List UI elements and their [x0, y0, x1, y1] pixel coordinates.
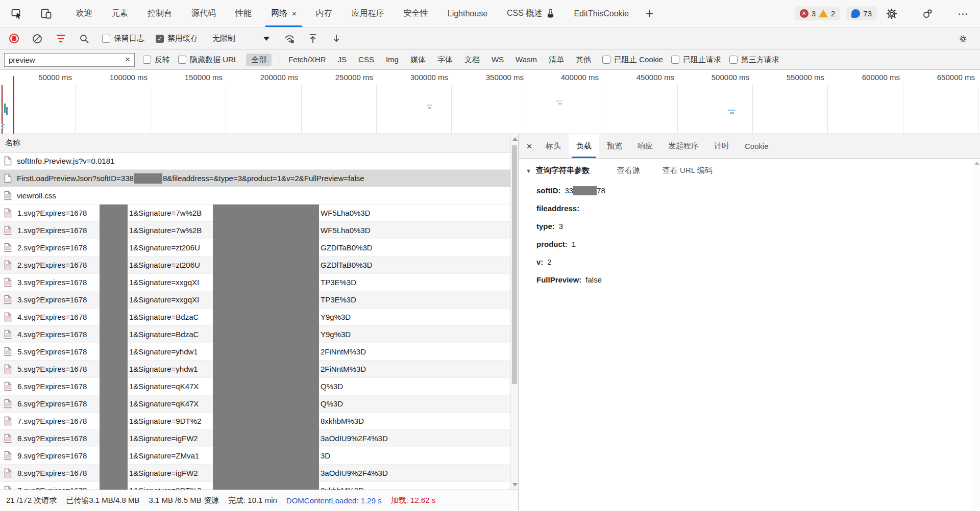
disable-cache-checkbox[interactable]: 禁用缓存: [156, 34, 198, 43]
filter-type-媒体[interactable]: 媒体: [410, 55, 426, 65]
query-param-row: type:3: [526, 217, 980, 235]
request-name-tail: Q%3D: [321, 395, 343, 412]
request-name: 8.svg?Expires=1678: [17, 465, 87, 481]
filter-type-其他[interactable]: 其他: [576, 55, 591, 65]
new-tab-button[interactable]: +: [639, 0, 660, 27]
filter-type-WS[interactable]: WS: [492, 55, 504, 65]
name-column-header[interactable]: 名称: [0, 134, 510, 152]
clear-button[interactable]: [29, 30, 46, 47]
close-tab-icon[interactable]: ×: [292, 9, 297, 18]
tab-欢迎[interactable]: 欢迎: [66, 0, 102, 27]
request-row[interactable]: FirstLoadPreviewJson?softID=3388&fileadd…: [0, 170, 510, 187]
record-button[interactable]: [5, 30, 22, 47]
detail-tab-响应[interactable]: 响应: [630, 134, 660, 158]
filter-type-JS[interactable]: JS: [338, 55, 347, 65]
third-party-checkbox[interactable]: 第三方请求: [729, 55, 779, 65]
filter-type-清单[interactable]: 清单: [549, 55, 564, 65]
request-name-signature: 1&Signature=igFW2: [129, 430, 198, 447]
settings-gear-icon[interactable]: [883, 5, 900, 22]
request-name-signature: 1&Signature=qK47X: [129, 395, 199, 412]
filter-type-CSS[interactable]: CSS: [358, 55, 374, 65]
close-details-icon[interactable]: ×: [521, 141, 538, 152]
request-name: 1.svg?Expires=1678: [17, 205, 87, 221]
network-settings-gear-icon[interactable]: [954, 30, 972, 47]
detail-tab-strip: 标头负载预览响应发起程序计时Cookie: [538, 134, 776, 158]
param-value: false: [585, 275, 602, 284]
filter-type-Img[interactable]: Img: [386, 55, 399, 65]
tab-EditThisCookie[interactable]: EditThisCookie: [564, 0, 639, 27]
import-har-button[interactable]: [304, 30, 322, 47]
search-button[interactable]: [76, 30, 93, 47]
detail-tab-标头[interactable]: 标头: [538, 134, 569, 158]
tab-label: 安全性: [404, 8, 428, 19]
issues-badge[interactable]: ✕ 3 2: [795, 7, 841, 20]
devtools-tabbar: 欢迎元素控制台源代码性能网络×内存应用程序安全性LighthouseCSS 概述…: [0, 0, 980, 28]
redaction-box: [573, 186, 597, 195]
tab-元素[interactable]: 元素: [102, 0, 138, 27]
tabbar-right-controls: ✕ 3 2 73: [795, 5, 980, 22]
view-source-link[interactable]: 查看源: [617, 166, 640, 175]
param-key: softID:: [536, 186, 561, 195]
throttling-select[interactable]: 无限制: [212, 34, 270, 43]
tab-CSS 概述[interactable]: CSS 概述: [497, 0, 564, 27]
tab-内存[interactable]: 内存: [306, 0, 342, 27]
export-har-button[interactable]: [328, 30, 345, 47]
request-name: 5.svg?Expires=1678: [17, 361, 87, 377]
scrollbar-thumb[interactable]: [512, 145, 517, 384]
profile-icon[interactable]: [919, 5, 936, 22]
filter-toggle-button[interactable]: [52, 30, 69, 47]
detail-tab-发起程序[interactable]: 发起程序: [660, 134, 706, 158]
request-name-tail: 2FiNntM%3D: [321, 343, 366, 360]
filter-clear-icon[interactable]: ×: [125, 55, 130, 65]
blocked-cookies-checkbox[interactable]: 已阻止 Cookie: [602, 55, 663, 65]
query-string-section-header[interactable]: ▼ 查询字符串参数 查看源 查看 URL 编码: [526, 166, 980, 175]
filter-input[interactable]: preview ×: [4, 53, 135, 67]
timeline-tick-label: 150000 ms: [161, 73, 223, 82]
filter-type-文档[interactable]: 文档: [464, 55, 480, 65]
detail-tab-预览[interactable]: 预览: [599, 134, 630, 158]
filter-type-Fetch/XHR[interactable]: Fetch/XHR: [288, 55, 326, 65]
request-name-signature: 1&Signature=7w%2B: [129, 205, 202, 221]
request-list-area: 名称 softInfo.Preview.js?v=0.0181FirstLoad…: [0, 134, 518, 490]
finish-time: 完成: 10.1 min: [228, 496, 277, 505]
tab-源代码[interactable]: 源代码: [182, 0, 226, 27]
hide-data-urls-checkbox[interactable]: 隐藏数据 URL: [178, 55, 238, 65]
request-name-tail: GZDlTaB0%3D: [321, 239, 373, 256]
checkbox-unchecked: [602, 56, 610, 64]
detail-tab-负载[interactable]: 负载: [569, 134, 599, 158]
filter-type-all[interactable]: 全部: [246, 54, 272, 66]
request-row[interactable]: softInfo.Preview.js?v=0.0181: [0, 152, 510, 170]
device-toolbar-icon[interactable]: [38, 5, 55, 22]
request-name-tail: 2FiNntM%3D: [321, 361, 366, 377]
scroll-up-icon: [974, 162, 979, 165]
detail-tab-计时[interactable]: 计时: [706, 134, 737, 158]
filter-type-Wasm[interactable]: Wasm: [516, 55, 537, 65]
preserve-log-checkbox[interactable]: 保留日志: [102, 34, 144, 43]
inspect-element-icon[interactable]: [8, 5, 26, 22]
tab-应用程序[interactable]: 应用程序: [342, 0, 394, 27]
messages-badge[interactable]: 73: [846, 7, 877, 20]
disable-cache-label: 禁用缓存: [167, 34, 198, 43]
panel-tabs: 欢迎元素控制台源代码性能网络×内存应用程序安全性LighthouseCSS 概述…: [66, 0, 660, 27]
request-list-scrollbar[interactable]: [510, 134, 518, 490]
network-overview-timeline[interactable]: 50000 ms100000 ms150000 ms200000 ms25000…: [0, 70, 980, 134]
tab-性能[interactable]: 性能: [226, 0, 261, 27]
network-conditions-button[interactable]: [281, 30, 298, 47]
scroll-down-icon[interactable]: [512, 483, 518, 487]
tab-Lighthouse[interactable]: Lighthouse: [438, 0, 497, 27]
tab-控制台[interactable]: 控制台: [138, 0, 182, 27]
request-name: viewroll.css: [17, 191, 56, 200]
tab-网络[interactable]: 网络×: [261, 0, 306, 27]
waterfall-mark: [13, 76, 14, 134]
waterfall-mark: [730, 112, 734, 114]
blocked-requests-checkbox[interactable]: 已阻止请求: [671, 55, 721, 65]
view-url-encoded-link[interactable]: 查看 URL 编码: [663, 166, 713, 175]
detail-tab-Cookie[interactable]: Cookie: [737, 134, 776, 158]
invert-checkbox[interactable]: 反转: [143, 55, 170, 65]
request-row[interactable]: viewroll.css: [0, 187, 510, 205]
filter-type-字体[interactable]: 字体: [437, 55, 453, 65]
details-scrollbar[interactable]: [973, 159, 980, 510]
scroll-up-icon[interactable]: [512, 137, 518, 141]
more-options-icon[interactable]: ⋯: [954, 5, 972, 22]
tab-安全性[interactable]: 安全性: [394, 0, 438, 27]
